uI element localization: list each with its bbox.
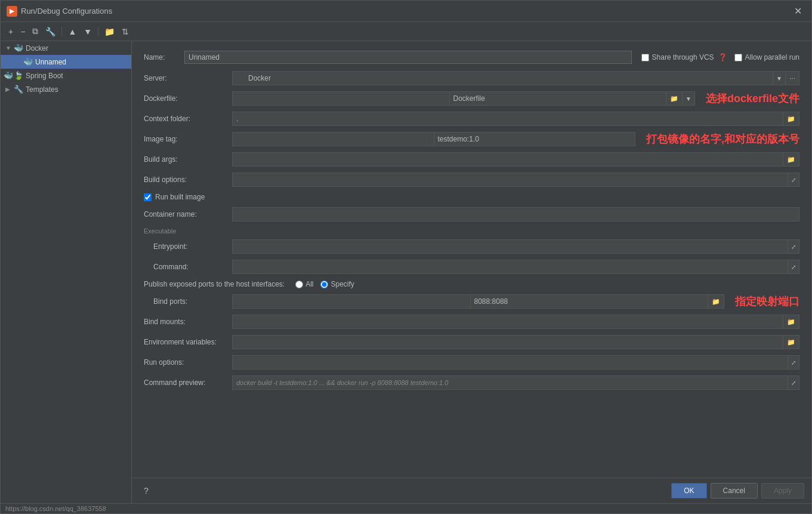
toolbar-separator-1 (61, 27, 62, 36)
radio-all-label[interactable]: All (295, 280, 313, 288)
tree-item-docker[interactable]: ▼ 🐳 Docker (1, 41, 131, 55)
build-options-expand-button[interactable]: ⤢ (788, 173, 799, 187)
context-folder-input[interactable] (232, 112, 783, 126)
radio-specify-text: Specify (331, 280, 354, 288)
build-args-input-wrapper: 📁 (232, 152, 799, 167)
allow-parallel-label: Allow parallel run (745, 53, 799, 61)
share-vcs-checkbox-label[interactable]: Share through VCS ❓ (641, 53, 727, 61)
container-name-input[interactable] (232, 207, 799, 221)
entrypoint-input-wrapper: ⤢ (232, 239, 799, 254)
run-built-image-label[interactable]: Run built image (155, 193, 205, 201)
tree-label-docker: Docker (26, 44, 48, 53)
help-button[interactable]: ? (139, 484, 153, 498)
build-args-input[interactable] (232, 152, 783, 167)
image-tag-input-wrapper: testdemo:1.0 (232, 132, 635, 146)
run-options-label: Run options: (144, 358, 227, 367)
build-options-input[interactable] (232, 173, 788, 187)
bind-mounts-browse-button[interactable]: 📁 (783, 315, 799, 329)
server-more-button[interactable]: ··· (786, 71, 799, 85)
entrypoint-row: Entrypoint: ⤢ (144, 239, 799, 254)
move-up-button[interactable]: ▲ (65, 25, 79, 38)
bind-ports-input[interactable] (232, 294, 471, 309)
context-folder-row: Context folder: 📁 (144, 112, 799, 126)
dockerfile-annotation: 选择dockerfile文件 (706, 91, 799, 106)
sort-button[interactable]: ⇅ (119, 25, 132, 38)
copy-config-button[interactable]: ⧉ (29, 24, 41, 38)
wrench-button[interactable]: 🔧 (42, 25, 58, 38)
dockerfile-browse-button[interactable]: 📁 (666, 91, 683, 106)
command-expand-button[interactable]: ⤢ (788, 260, 799, 274)
env-vars-browse-button[interactable]: 📁 (783, 335, 799, 349)
remove-config-button[interactable]: − (17, 25, 28, 38)
main-content: ▼ 🐳 Docker 🐳 Unnamed ▶ 🍃 Spring Boot ▶ 🔧… (1, 41, 811, 503)
publish-ports-label: Publish exposed ports to the host interf… (144, 280, 285, 288)
entrypoint-input[interactable] (232, 239, 788, 254)
run-built-image-checkbox[interactable] (144, 193, 152, 201)
dockerfile-label: Dockerfile: (144, 94, 227, 103)
run-options-expand-button[interactable]: ⤢ (788, 355, 799, 370)
radio-specify[interactable] (320, 281, 328, 288)
name-input[interactable] (184, 51, 632, 64)
right-config-panel: Name: Share through VCS ❓ Allow parallel… (132, 41, 811, 503)
dockerfile-expand-button[interactable]: ▼ (683, 91, 695, 106)
toolbar-separator-2 (98, 27, 98, 36)
bind-mounts-input-wrapper: 📁 (232, 315, 799, 329)
image-tag-annotation: 打包镜像的名字,和对应的版本号 (646, 132, 799, 146)
tree-item-templates[interactable]: ▶ 🔧 Templates (1, 82, 131, 96)
server-dropdown-arrow[interactable]: ▼ (773, 71, 786, 85)
app-icon: ▶ (7, 6, 17, 17)
env-vars-label: Environment variables: (144, 338, 227, 346)
image-tag-row: Image tag: testdemo:1.0 打包镜像的名字,和对应的版本号 (144, 132, 799, 146)
allow-parallel-checkbox[interactable] (734, 54, 742, 61)
command-row: Command: ⤢ (144, 260, 799, 274)
ok-button[interactable]: OK (671, 483, 706, 498)
tree-label-unnamed: Unnamed (35, 58, 66, 66)
env-vars-input[interactable] (232, 335, 783, 349)
apply-button[interactable]: Apply (761, 483, 804, 498)
run-options-input[interactable] (232, 355, 788, 370)
image-tag-value: testdemo:1.0 (434, 132, 636, 146)
allow-parallel-checkbox-label[interactable]: Allow parallel run (734, 53, 799, 61)
name-label: Name: (144, 53, 180, 61)
move-down-button[interactable]: ▼ (81, 25, 95, 38)
run-debug-dialog: ▶ Run/Debug Configurations ✕ + − ⧉ 🔧 ▲ ▼… (0, 0, 812, 514)
bind-mounts-input[interactable] (232, 315, 783, 329)
env-vars-input-wrapper: 📁 (232, 335, 799, 349)
close-button[interactable]: ✕ (791, 4, 805, 18)
docker-icon: 🐳 (14, 44, 23, 53)
command-input[interactable] (232, 260, 788, 274)
command-preview-row: Command preview: ⤢ (144, 376, 799, 390)
bind-ports-row: Bind ports: 8088:8088 📁 指定映射端口 (144, 294, 799, 309)
executable-section-label: Executable (144, 227, 799, 235)
name-row: Name: Share through VCS ❓ Allow parallel… (144, 51, 799, 64)
status-bar: https://blog.csdn.net/qq_38637558 (1, 503, 811, 513)
folder-button[interactable]: 📁 (101, 25, 118, 38)
build-args-browse-button[interactable]: 📁 (783, 152, 799, 167)
tree-item-unnamed[interactable]: 🐳 Unnamed (1, 55, 131, 69)
radio-all-text: All (305, 280, 313, 288)
command-label: Command: (144, 263, 227, 271)
command-preview-expand-button[interactable]: ⤢ (788, 376, 799, 390)
command-preview-input-wrapper: ⤢ (232, 376, 799, 390)
entrypoint-expand-button[interactable]: ⤢ (788, 239, 799, 254)
context-folder-browse-button[interactable]: 📁 (783, 112, 799, 126)
bind-ports-browse-button[interactable]: 📁 (708, 294, 724, 309)
dockerfile-input[interactable] (232, 91, 450, 106)
radio-specify-label[interactable]: Specify (320, 280, 354, 288)
build-options-row: Build options: ⤢ (144, 173, 799, 187)
cancel-button[interactable]: Cancel (711, 483, 758, 498)
command-preview-input (232, 376, 788, 390)
container-name-input-wrapper (232, 207, 799, 221)
server-row: Server: 🐳 Docker ▼ ··· (144, 71, 799, 85)
tree-item-spring-boot[interactable]: ▶ 🍃 Spring Boot (1, 69, 131, 82)
tree-arrow-templates: ▶ (5, 86, 11, 93)
build-options-label: Build options: (144, 176, 227, 184)
add-config-button[interactable]: + (5, 25, 16, 38)
share-vcs-checkbox[interactable] (641, 54, 649, 61)
image-tag-label: Image tag: (144, 135, 227, 143)
image-tag-input[interactable] (232, 132, 434, 146)
bind-ports-annotation: 指定映射端口 (735, 294, 799, 309)
server-select[interactable]: Docker (232, 71, 773, 85)
radio-all[interactable] (295, 281, 303, 288)
share-vcs-help-icon: ❓ (718, 53, 727, 61)
